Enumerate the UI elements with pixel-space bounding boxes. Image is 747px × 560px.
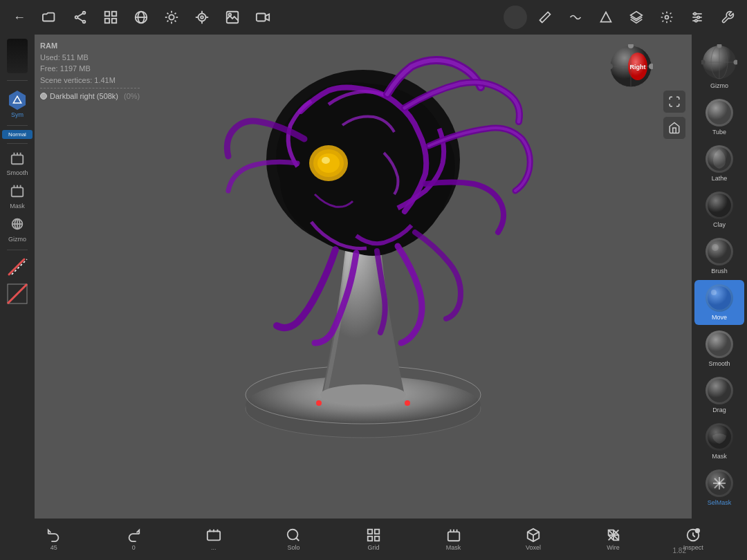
solo-button[interactable]: Solo bbox=[276, 528, 311, 551]
left-panel: Sym Normal Smooth Mask bbox=[0, 35, 35, 519]
undo-button[interactable]: 45 bbox=[37, 528, 71, 551]
svg-point-0 bbox=[75, 16, 78, 19]
settings-icon[interactable] bbox=[654, 5, 679, 30]
solo-label: Solo bbox=[287, 544, 299, 551]
brush-indicator[interactable] bbox=[6, 254, 29, 278]
svg-point-86 bbox=[708, 194, 731, 217]
hud-info: RAM Used: 511 MB Free: 1197 MB Scene ver… bbox=[40, 40, 140, 102]
right-item-drag[interactable]: Drag bbox=[694, 373, 744, 418]
move-label: Move bbox=[712, 314, 727, 321]
svg-rect-41 bbox=[12, 155, 24, 164]
pen-icon[interactable] bbox=[533, 5, 557, 30]
svg-line-17 bbox=[167, 13, 169, 15]
color-swatch-dark[interactable] bbox=[7, 39, 28, 73]
mask-bottom-button[interactable]: Mask bbox=[436, 528, 471, 551]
folder-icon[interactable] bbox=[37, 5, 62, 30]
used-info: Used: 511 MB bbox=[40, 52, 140, 64]
right-item-lathe[interactable]: Lathe bbox=[694, 141, 744, 186]
sidebar-item-mask[interactable]: Mask bbox=[2, 180, 33, 212]
sliders-icon[interactable] bbox=[685, 5, 710, 30]
grid-button[interactable]: Grid bbox=[356, 528, 391, 551]
stroke-icon[interactable] bbox=[563, 5, 588, 30]
svg-point-73 bbox=[317, 153, 340, 173]
object-dot bbox=[40, 93, 47, 100]
divider2 bbox=[7, 125, 28, 126]
voxel-button[interactable]: Voxel bbox=[516, 528, 551, 551]
clay-label: Clay bbox=[713, 221, 726, 228]
free-value: 1197 MB bbox=[60, 64, 91, 73]
grid-label: Grid bbox=[367, 544, 379, 551]
version-badge: 1.82 bbox=[673, 547, 686, 554]
main-viewport[interactable]: RAM Used: 511 MB Free: 1197 MB Scene ver… bbox=[35, 35, 692, 519]
vertices-info: Scene vertices: 1.41M bbox=[40, 75, 140, 86]
theme-toggle[interactable] bbox=[504, 6, 527, 29]
svg-rect-107 bbox=[368, 536, 372, 541]
share-icon[interactable] bbox=[68, 5, 93, 30]
smooth-label: Smooth bbox=[6, 169, 28, 176]
svg-text:Right: Right bbox=[630, 64, 646, 71]
svg-line-53 bbox=[9, 259, 24, 274]
home-btn[interactable] bbox=[663, 116, 686, 140]
hud-object: Darkball right (508k) (0%) bbox=[40, 91, 140, 102]
selmask-label: SelMask bbox=[708, 499, 732, 506]
svg-point-84 bbox=[708, 101, 731, 124]
back-icon[interactable]: ← bbox=[7, 5, 32, 30]
used-label: Used: bbox=[40, 53, 60, 62]
svg-rect-8 bbox=[112, 19, 116, 23]
svg-point-33 bbox=[665, 16, 669, 19]
eraser-indicator[interactable] bbox=[6, 282, 29, 306]
gizmo-sphere[interactable]: Right bbox=[609, 44, 653, 88]
gizmo-left-label: Gizmo bbox=[8, 236, 26, 243]
light-icon[interactable] bbox=[159, 5, 184, 30]
object-name: Darkball right (508k) bbox=[50, 91, 118, 102]
drag-icon bbox=[706, 377, 733, 404]
right-item-move[interactable]: Move bbox=[694, 280, 744, 325]
video-icon[interactable] bbox=[250, 5, 275, 30]
mask-icon bbox=[10, 183, 25, 201]
tube-icon bbox=[706, 99, 733, 127]
voxel-label: Voxel bbox=[526, 544, 541, 551]
fullscreen-btn[interactable] bbox=[663, 90, 686, 113]
lathe-icon bbox=[706, 145, 733, 173]
right-item-mask[interactable]: Mask bbox=[694, 419, 744, 464]
free-label: Free: bbox=[40, 64, 58, 73]
svg-rect-108 bbox=[375, 536, 379, 541]
svg-point-2 bbox=[83, 21, 86, 24]
tools-icon[interactable] bbox=[715, 5, 740, 30]
divider1 bbox=[7, 80, 28, 81]
vertices-value: 1.41M bbox=[94, 76, 116, 84]
image-icon[interactable] bbox=[220, 5, 245, 30]
lathe-label: Lathe bbox=[712, 175, 728, 182]
svg-line-3 bbox=[77, 14, 82, 17]
svg-line-19 bbox=[175, 13, 176, 15]
svg-point-68 bbox=[320, 384, 406, 405]
right-item-tube[interactable]: Tube bbox=[694, 95, 744, 140]
top-toolbar: ← bbox=[0, 0, 747, 35]
svg-rect-106 bbox=[375, 530, 379, 534]
right-item-gizmo[interactable]: Gizmo bbox=[694, 40, 744, 93]
history-button[interactable]: ... bbox=[196, 528, 231, 551]
material-icon[interactable] bbox=[129, 5, 154, 30]
svg-line-115 bbox=[533, 532, 539, 535]
sidebar-item-gizmo[interactable]: Gizmo bbox=[2, 214, 33, 245]
svg-point-88 bbox=[712, 244, 719, 251]
free-info: Free: 1197 MB bbox=[40, 63, 140, 75]
sidebar-item-smooth[interactable]: Smooth bbox=[2, 148, 33, 179]
post-icon[interactable] bbox=[190, 5, 214, 30]
layers-icon[interactable] bbox=[98, 5, 123, 30]
right-item-smooth[interactable]: Smooth bbox=[694, 326, 744, 371]
right-item-brush[interactable]: Brush bbox=[694, 234, 744, 279]
bottom-toolbar: 45 0 ... Solo Grid bbox=[0, 519, 747, 560]
right-item-clay[interactable]: Clay bbox=[694, 187, 744, 232]
triangle-icon[interactable] bbox=[593, 5, 618, 30]
wire-button[interactable]: Wire bbox=[596, 528, 631, 551]
right-item-selmask[interactable]: SelMask bbox=[694, 465, 744, 510]
redo-button[interactable]: 0 bbox=[116, 528, 151, 551]
svg-point-39 bbox=[695, 19, 697, 21]
layers2-icon[interactable] bbox=[624, 5, 649, 30]
smooth-icon bbox=[10, 151, 25, 168]
svg-point-74 bbox=[322, 157, 330, 164]
wire-label: Wire bbox=[607, 544, 620, 551]
svg-rect-99 bbox=[208, 532, 220, 541]
sidebar-item-sym[interactable]: Sym bbox=[2, 88, 33, 121]
